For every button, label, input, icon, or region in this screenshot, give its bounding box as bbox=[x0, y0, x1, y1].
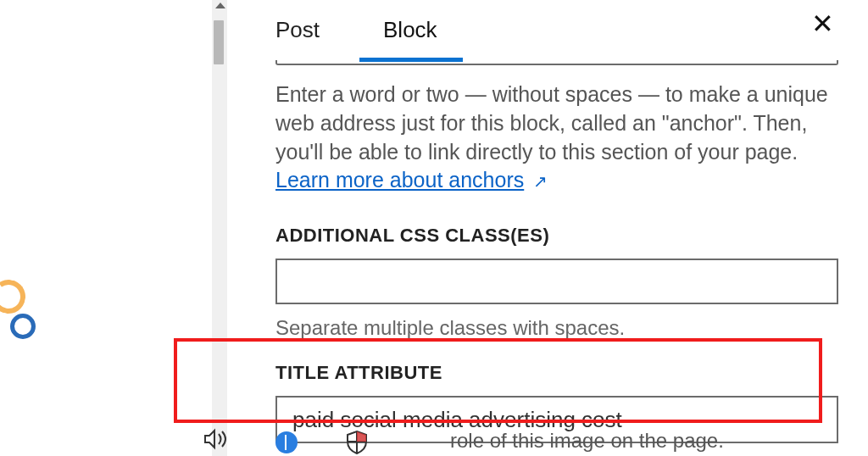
tab-post[interactable]: Post bbox=[275, 10, 320, 50]
decorative-ring-orange bbox=[0, 277, 28, 316]
tab-block[interactable]: Block bbox=[383, 10, 437, 50]
close-icon[interactable]: ✕ bbox=[811, 10, 838, 37]
scrollbar-track[interactable] bbox=[212, 0, 227, 456]
anchor-learn-more-link[interactable]: Learn more about anchors bbox=[275, 168, 524, 192]
settings-panel: Post Block ✕ Enter a word or two — witho… bbox=[246, 0, 868, 456]
volume-icon[interactable] bbox=[203, 428, 229, 456]
security-shield-icon[interactable] bbox=[344, 430, 370, 455]
taskbar-icons bbox=[203, 423, 370, 456]
anchor-help-pre: Enter a word or two — without spaces — t… bbox=[275, 82, 828, 164]
scrollbar-thumb[interactable] bbox=[214, 20, 224, 64]
title-attribute-label: TITLE ATTRIBUTE bbox=[246, 340, 868, 384]
title-attribute-help-fragment: role of this image on the page. bbox=[450, 429, 724, 453]
bluetooth-icon[interactable] bbox=[275, 431, 298, 453]
css-classes-help: Separate multiple classes with spaces. bbox=[246, 304, 868, 340]
anchor-help-text: Enter a word or two — without spaces — t… bbox=[246, 65, 868, 195]
css-classes-input[interactable] bbox=[275, 259, 838, 304]
decorative-ring-blue bbox=[10, 314, 36, 339]
scroll-up-arrow[interactable] bbox=[215, 0, 225, 8]
editor-canvas[interactable] bbox=[0, 0, 212, 456]
css-classes-label: ADDITIONAL CSS CLASS(ES) bbox=[246, 195, 868, 247]
external-link-icon: ↗ bbox=[533, 172, 548, 191]
panel-tabs: Post Block ✕ bbox=[246, 0, 868, 50]
